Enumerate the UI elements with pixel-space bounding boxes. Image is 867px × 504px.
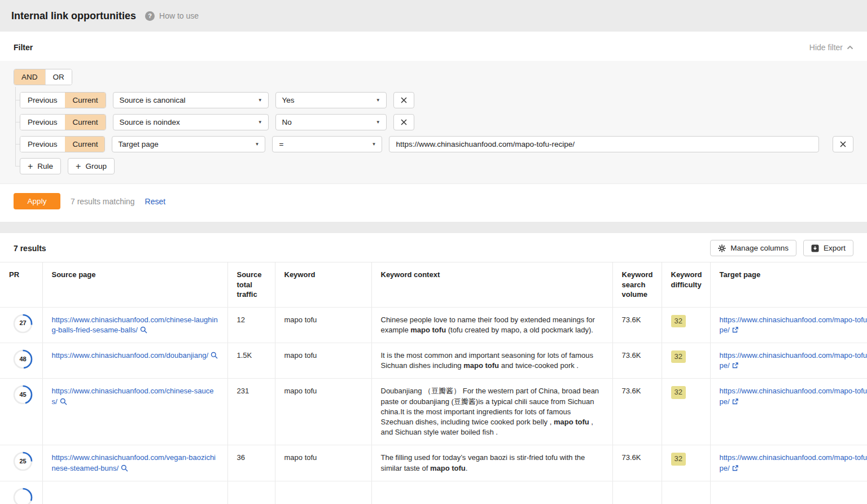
column-header-keyword-context[interactable]: Keyword context [371, 262, 612, 308]
search-icon[interactable] [211, 352, 218, 359]
previous-button[interactable]: Previous [20, 137, 65, 152]
column-header-keyword[interactable]: Keyword [275, 262, 371, 308]
field-dropdown[interactable]: Source is canonical ▼ [113, 92, 269, 108]
field-dropdown[interactable]: Source is noindex ▼ [113, 114, 269, 130]
keyword-value: mapo tofu [275, 379, 371, 445]
export-button[interactable]: Export [803, 240, 853, 256]
results-table: PR Source page Source total traffic Keyw… [0, 262, 867, 504]
apply-row: Apply 7 results matching Reset [0, 184, 867, 222]
dropdown-caret-icon: ▼ [376, 98, 380, 103]
source-page-link[interactable]: https://www.chinasichuanfood.com/chinese… [52, 387, 214, 405]
results-panel: 7 results Manage columns [0, 233, 867, 504]
search-volume-value: 73.6K [612, 343, 662, 379]
keyword-context-text: Chinese people love to name their food b… [371, 307, 612, 343]
prev-current-toggle: Previous Current [20, 92, 106, 108]
search-volume-value: 73.6K [612, 307, 662, 343]
previous-button[interactable]: Previous [20, 115, 65, 130]
target-page-link[interactable]: https://www.chinasichuanfood.com/mapo-to… [720, 387, 867, 405]
prev-current-toggle: Previous Current [20, 136, 105, 152]
pr-indicator: 25 [12, 451, 33, 472]
remove-rule-button[interactable] [833, 136, 853, 152]
close-icon [840, 141, 846, 147]
plus-icon: + [28, 162, 33, 171]
rules-connector-line [15, 87, 16, 166]
table-row: 27 https://www.chinasichuanfood.com/chin… [0, 307, 867, 343]
search-icon[interactable] [121, 464, 128, 472]
external-link-icon[interactable] [732, 398, 738, 405]
operator-dropdown[interactable]: No ▼ [275, 114, 387, 130]
logic-or-button[interactable]: OR [45, 69, 72, 85]
add-group-label: Group [85, 162, 107, 170]
help-question-icon[interactable] [145, 11, 155, 21]
add-rule-button[interactable]: + Rule [20, 158, 61, 174]
hide-filter-label: Hide filter [809, 43, 843, 52]
filter-rules-list: Previous Current Source is canonical ▼ Y… [20, 92, 853, 174]
pr-value: 48 [12, 349, 33, 370]
how-to-use-link[interactable]: How to use [159, 11, 199, 20]
keyword-difficulty-badge: 32 [671, 350, 686, 363]
export-label: Export [824, 244, 846, 252]
filter-rule-row: Previous Current Source is canonical ▼ Y… [20, 92, 853, 108]
logic-and-button[interactable]: AND [14, 69, 45, 85]
add-group-button[interactable]: + Group [68, 158, 115, 174]
results-table-wrap: PR Source page Source total traffic Keyw… [0, 262, 867, 504]
remove-rule-button[interactable] [393, 92, 414, 108]
chevron-up-icon [847, 45, 853, 50]
reset-link[interactable]: Reset [145, 197, 166, 206]
previous-button[interactable]: Previous [20, 93, 65, 108]
source-page-link[interactable]: https://www.chinasichuanfood.com/chinese… [52, 315, 218, 334]
field-dropdown[interactable]: Target page ▼ [112, 136, 266, 152]
manage-columns-button[interactable]: Manage columns [710, 240, 796, 256]
results-actions: Manage columns Export [710, 240, 853, 256]
column-header-keyword-search-volume[interactable]: Keyword search volume [612, 262, 662, 308]
external-link-icon[interactable] [732, 362, 738, 369]
close-icon [401, 119, 407, 125]
add-rule-label: Rule [37, 162, 53, 170]
pr-value: 25 [12, 451, 33, 472]
target-page-url-input[interactable] [389, 136, 819, 152]
source-page-link[interactable]: https://www.chinasichuanfood.com/doubanj… [52, 351, 209, 360]
source-traffic-value: 231 [227, 379, 275, 445]
column-header-target-page[interactable]: Target page [710, 262, 867, 308]
keyword-value: mapo tofu [275, 445, 371, 481]
operator-dropdown-value: = [279, 140, 283, 148]
column-header-pr[interactable]: PR [0, 262, 42, 308]
source-traffic-value: 1.5K [227, 343, 275, 379]
source-page-link[interactable]: https://www.chinasichuanfood.com/vegan-b… [52, 453, 216, 472]
apply-button[interactable]: Apply [14, 193, 60, 209]
remove-rule-button[interactable] [393, 114, 414, 130]
column-header-keyword-difficulty[interactable]: Keyword difficulty [662, 262, 710, 308]
filter-rules-area: AND OR Previous Current Source is canoni… [0, 61, 867, 184]
search-icon[interactable] [60, 398, 67, 405]
table-row: 48 https://www.chinasichuanfood.com/doub… [0, 343, 867, 379]
hide-filter-button[interactable]: Hide filter [809, 43, 853, 52]
internal-link-opportunities-page: Internal link opportunities How to use F… [0, 0, 867, 504]
close-icon [401, 97, 407, 103]
operator-dropdown[interactable]: Yes ▼ [275, 92, 387, 108]
filter-header: Filter Hide filter [0, 32, 867, 61]
current-button[interactable]: Current [65, 137, 105, 152]
filter-title: Filter [14, 43, 33, 52]
search-icon[interactable] [140, 326, 147, 334]
table-header-row: PR Source page Source total traffic Keyw… [0, 262, 867, 308]
current-button[interactable]: Current [65, 115, 106, 130]
field-dropdown-value: Source is canonical [120, 96, 186, 104]
target-page-link[interactable]: https://www.chinasichuanfood.com/mapo-to… [720, 453, 867, 472]
column-header-source-page[interactable]: Source page [42, 262, 227, 308]
current-button[interactable]: Current [65, 93, 106, 108]
logic-toggle: AND OR [14, 69, 72, 85]
target-page-link[interactable]: https://www.chinasichuanfood.com/mapo-to… [720, 351, 867, 370]
search-volume-value: 73.6K [612, 379, 662, 445]
keyword-context-text: It is the most common and important seas… [371, 343, 612, 379]
filter-rule-row: Previous Current Source is noindex ▼ No … [20, 114, 853, 130]
dropdown-caret-icon: ▼ [376, 120, 380, 125]
external-link-icon[interactable] [732, 465, 738, 471]
pr-indicator: 27 [12, 313, 33, 334]
table-row: 25 https://www.chinasichuanfood.com/vega… [0, 445, 867, 481]
source-traffic-value: 12 [227, 307, 275, 343]
external-link-icon[interactable] [732, 327, 738, 333]
column-header-source-total-traffic[interactable]: Source total traffic [227, 262, 275, 308]
operator-dropdown[interactable]: = ▼ [272, 136, 382, 152]
target-page-link[interactable]: https://www.chinasichuanfood.com/mapo-to… [720, 315, 867, 334]
source-traffic-value: 36 [227, 445, 275, 481]
